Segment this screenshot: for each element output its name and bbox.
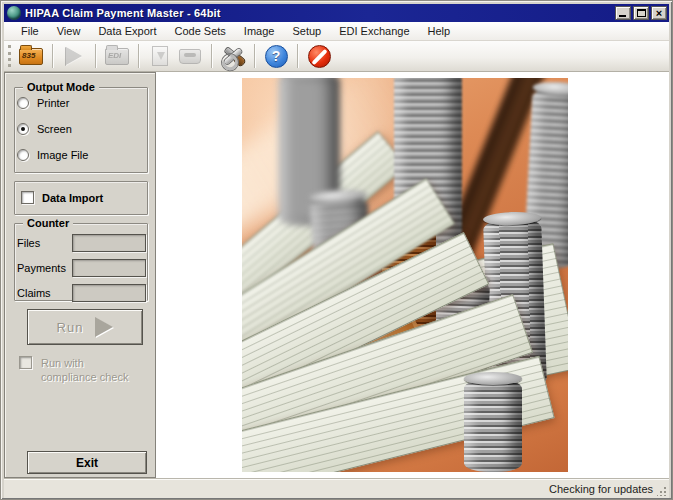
files-field[interactable] (72, 234, 146, 252)
exit-button[interactable]: Exit (27, 451, 147, 474)
radio-screen[interactable]: Screen (17, 123, 72, 135)
stop-button[interactable] (304, 42, 334, 70)
counter-files-row: Files (17, 234, 147, 252)
control-panel: Output Mode Printer Screen Image File Da… (4, 72, 156, 478)
toolbar-separator (138, 44, 139, 68)
payments-label: Payments (17, 262, 72, 274)
close-button[interactable]: × (651, 6, 667, 20)
run-button: Run (27, 309, 143, 345)
run-play-icon (95, 317, 113, 337)
compliance-label: Run with compliance check (41, 356, 136, 384)
compliance-check-row: Run with compliance check (19, 356, 136, 384)
toolbar-separator (254, 44, 255, 68)
claims-field[interactable] (72, 284, 146, 302)
menu-setup[interactable]: Setup (283, 23, 330, 39)
export-document-button (145, 42, 175, 70)
payments-field[interactable] (72, 259, 146, 277)
archive-tray-button (175, 42, 205, 70)
minimize-icon (619, 15, 626, 17)
question-icon: ? (265, 45, 288, 68)
menu-edi-exchange[interactable]: EDI Exchange (330, 23, 418, 39)
output-mode-label: Output Mode (23, 81, 99, 93)
toolbar-grip[interactable] (8, 45, 11, 67)
menu-bar: File View Data Export Code Sets Image Se… (4, 22, 669, 41)
edi-folder-button: EDI (102, 42, 132, 70)
run-toolbar-button (59, 42, 89, 70)
data-import-checkbox[interactable] (21, 191, 34, 204)
menu-code-sets[interactable]: Code Sets (165, 23, 234, 39)
inbox-tray-icon (179, 49, 201, 64)
minimize-button[interactable] (615, 6, 631, 20)
maximize-icon (637, 9, 646, 17)
open-835-button[interactable]: 835 (16, 42, 46, 70)
document-download-icon (152, 46, 168, 66)
files-label: Files (17, 237, 72, 249)
radio-printer-icon[interactable] (17, 97, 29, 109)
radio-image-file[interactable]: Image File (17, 149, 88, 161)
settings-button[interactable] (218, 42, 248, 70)
app-window: HIPAA Claim Payment Master - 64bit × Fil… (0, 0, 673, 500)
toolbar: 835 EDI ? (4, 41, 669, 72)
radio-image-file-icon[interactable] (17, 149, 29, 161)
counter-payments-row: Payments (17, 259, 147, 277)
coin-stack (464, 378, 522, 472)
compliance-checkbox (19, 356, 32, 369)
claims-label: Claims (17, 287, 72, 299)
toolbar-separator (52, 44, 53, 68)
money-photo (242, 78, 568, 472)
counter-label: Counter (23, 217, 73, 229)
folder-835-icon: 835 (19, 48, 43, 65)
maximize-button[interactable] (633, 6, 649, 20)
title-bar: HIPAA Claim Payment Master - 64bit × (4, 4, 669, 22)
help-button[interactable]: ? (261, 42, 291, 70)
client-area: Output Mode Printer Screen Image File Da… (4, 72, 669, 478)
folder-edi-icon: EDI (105, 48, 129, 65)
play-icon (66, 47, 82, 65)
toolbar-separator (95, 44, 96, 68)
toolbar-separator (211, 44, 212, 68)
data-import-checkbox-row[interactable]: Data Import (21, 191, 103, 204)
toolbar-separator (297, 44, 298, 68)
menu-view[interactable]: View (48, 23, 90, 39)
stop-icon (308, 45, 331, 68)
app-globe-icon (7, 6, 21, 20)
tools-icon (221, 44, 245, 68)
radio-printer[interactable]: Printer (17, 97, 69, 109)
radio-screen-icon[interactable] (17, 123, 29, 135)
close-icon: × (656, 7, 662, 19)
menu-file[interactable]: File (12, 23, 48, 39)
resize-grip-icon[interactable] (657, 486, 667, 496)
status-bar: Checking for updates (4, 478, 669, 498)
counter-claims-row: Claims (17, 284, 147, 302)
menu-image[interactable]: Image (235, 23, 284, 39)
window-title: HIPAA Claim Payment Master - 64bit (25, 7, 615, 19)
status-text: Checking for updates (549, 483, 653, 495)
menu-help[interactable]: Help (419, 23, 460, 39)
menu-data-export[interactable]: Data Export (89, 23, 165, 39)
